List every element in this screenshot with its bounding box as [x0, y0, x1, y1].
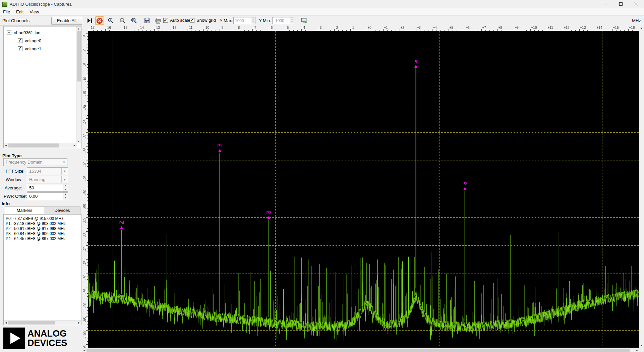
window-value: Hanning — [27, 177, 61, 182]
y-min-input[interactable] — [272, 17, 290, 24]
y-min-label: Y Min: — [259, 18, 271, 23]
average-value: 50 — [27, 184, 63, 191]
marker-entry[interactable]: P3: -60.84 dBFS @ 906.002 MHz — [6, 231, 81, 236]
y-min-spinner[interactable]: ▲▼ — [290, 17, 294, 24]
plot-horizontal-scrollbar[interactable]: ◀ ▶ — [82, 348, 639, 352]
tree-channel-row[interactable]: voltage1 — [4, 45, 81, 53]
printer-icon — [155, 17, 162, 24]
analog-devices-logo: ANALOG DEVICES — [3, 328, 67, 349]
tab-devices[interactable]: Devices — [44, 207, 80, 214]
plot-type-select[interactable]: Frequency Domain ▼ — [3, 158, 67, 166]
tree-device-label: cf-ad9361-lpc — [14, 30, 40, 35]
window-label: Window: — [6, 177, 22, 182]
menu-file-accel: F — [3, 9, 6, 14]
titlebar: ADI IIO Oscilloscope - Capture1 — [0, 0, 644, 8]
tree-vertical-scrollbar[interactable]: ▲ ▼ — [76, 26, 81, 143]
marker-entry[interactable]: P2: -50.61 dBFS @ 917.998 MHz — [6, 226, 81, 231]
new-plot-icon — [301, 18, 308, 24]
menu-edit[interactable]: Edit — [13, 9, 26, 15]
y-min-group: ▲▼ — [272, 17, 294, 24]
stop-icon — [96, 17, 103, 24]
play-step-icon — [86, 17, 93, 24]
voltage1-checkbox[interactable] — [18, 46, 22, 51]
save-plot-button[interactable] — [142, 16, 151, 25]
window-title: ADI IIO Oscilloscope - Capture1 — [10, 2, 72, 7]
pwr-offset-spinner[interactable]: ▲▼ — [63, 193, 68, 200]
enable-all-button[interactable]: Enable All — [51, 17, 82, 25]
tree-device-row[interactable]: cf-ad9361-lpc — [4, 26, 81, 37]
marker-entry[interactable]: P1: -37.18 dBFS @ 903.002 MHz — [6, 221, 81, 226]
fft-size-label: FFT Size: — [6, 169, 24, 174]
fft-size-value: 16384 — [27, 169, 61, 174]
marker-entry[interactable]: P0: -7.37 dBFS @ 915.000 MHz — [6, 216, 81, 221]
tree-channel-row[interactable]: voltage0 — [4, 37, 81, 45]
zoom-in-icon — [108, 17, 114, 24]
info-section-label: Info — [2, 201, 10, 206]
capture-play-button[interactable] — [85, 16, 94, 25]
app-icon — [2, 2, 7, 7]
menu-view-rest: iew — [33, 9, 39, 14]
voltage0-checkbox[interactable] — [18, 38, 22, 43]
average-label: Average: — [5, 185, 22, 190]
zoom-fit-button[interactable] — [130, 16, 138, 25]
auto-scale-checkbox[interactable] — [163, 18, 168, 23]
tab-markers[interactable]: Markers — [5, 207, 44, 214]
toolbar: Plot Channels Enable All — [0, 16, 644, 26]
menu-view-accel: V — [30, 9, 32, 14]
markers-list: P0: -7.37 dBFS @ 915.000 MHz P1: -37.18 … — [3, 214, 81, 325]
menu-file[interactable]: File — [0, 9, 13, 15]
y-max-input[interactable] — [233, 17, 251, 24]
show-grid-checkbox[interactable] — [190, 18, 194, 23]
marker-entry[interactable]: P4: -64.45 dBFS @ 897.002 MHz — [6, 236, 81, 241]
zoom-fit-icon — [131, 17, 137, 24]
y-max-spinner[interactable]: ▲▼ — [251, 17, 255, 24]
plot-channels-label: Plot Channels — [2, 18, 30, 23]
menu-view[interactable]: View — [26, 9, 42, 15]
close-button[interactable] — [629, 0, 644, 8]
zoom-out-button[interactable] — [118, 16, 127, 25]
tree-expander-icon[interactable] — [7, 31, 11, 35]
unit-label: MHz — [632, 18, 641, 23]
print-button[interactable] — [154, 16, 163, 25]
voltage0-label: voltage0 — [25, 38, 41, 43]
voltage1-label: voltage1 — [25, 46, 41, 51]
show-grid-toggle[interactable]: Show grid — [190, 18, 216, 23]
logo-line1: ANALOG — [27, 329, 67, 338]
minimize-icon — [604, 2, 607, 6]
fft-size-select[interactable]: 16384 ▼ — [27, 167, 68, 175]
plot-type-value: Frequency Domain — [4, 160, 61, 165]
plot-channels-tree: cf-ad9361-lpc voltage0 voltage1 ▲ ▼ ◀ ▶ — [3, 26, 81, 148]
auto-scale-toggle[interactable]: Auto scale — [163, 18, 190, 23]
y-max-label: Y Max: — [220, 18, 233, 23]
app-window: { "window": { "title": "ADI IIO Oscillos… — [0, 0, 644, 352]
window-select[interactable]: Hanning ▼ — [27, 176, 68, 183]
save-icon — [144, 17, 150, 24]
chevron-down-icon: ▼ — [61, 168, 68, 175]
menu-edit-rest: dit — [19, 9, 24, 14]
menu-file-rest: ile — [6, 9, 10, 14]
logo-line2: DEVICES — [27, 338, 67, 348]
new-plot-button[interactable] — [300, 16, 309, 25]
markers-horizontal-scrollbar[interactable]: ◀ ▶ — [4, 320, 81, 325]
y-max-group: ▲▼ — [233, 17, 255, 24]
pwr-offset-label: PWR Offset: — [4, 194, 28, 199]
chevron-down-icon: ▼ — [61, 159, 67, 166]
pwr-offset-value: 0.00 — [27, 193, 63, 200]
pwr-offset-spinbox[interactable]: 0.00 ▲▼ — [27, 192, 68, 200]
maximize-icon — [619, 2, 623, 6]
fft-plot-canvas[interactable] — [82, 25, 639, 348]
minimize-button[interactable] — [598, 0, 613, 8]
close-icon — [635, 2, 638, 6]
show-grid-label: Show grid — [196, 18, 216, 23]
maximize-button[interactable] — [613, 0, 629, 8]
plot-type-section-label: Plot Type — [2, 153, 22, 158]
zoom-in-button[interactable] — [107, 16, 115, 25]
auto-scale-label: Auto scale — [170, 18, 190, 23]
info-tabs: Markers Devices — [5, 207, 80, 214]
plot-vertical-scrollbar[interactable]: ▲ ▼ — [639, 25, 644, 348]
average-spinner[interactable]: ▲▼ — [63, 184, 68, 191]
stop-capture-button[interactable] — [95, 16, 104, 25]
adi-logo-icon — [3, 328, 25, 349]
average-spinbox[interactable]: 50 ▲▼ — [27, 184, 68, 192]
tree-horizontal-scrollbar[interactable]: ◀ ▶ — [4, 143, 77, 148]
